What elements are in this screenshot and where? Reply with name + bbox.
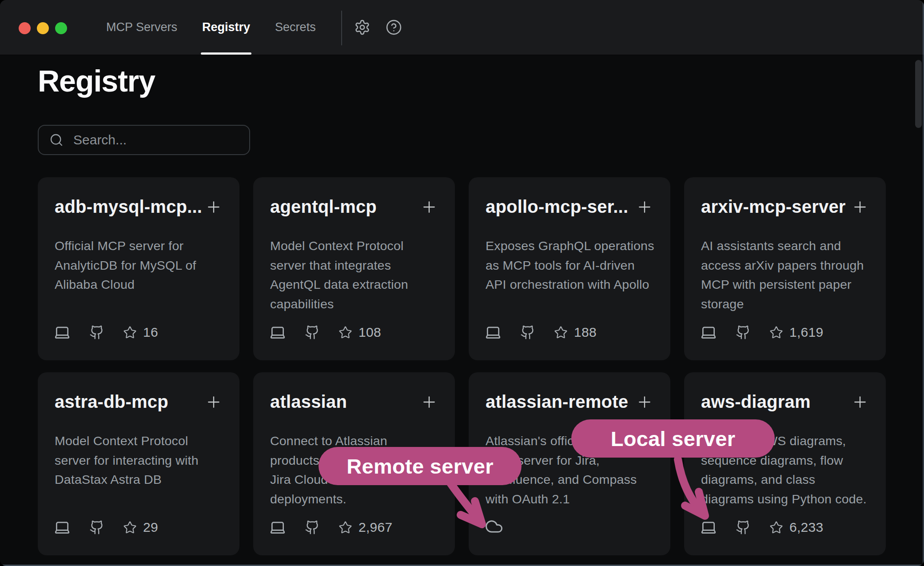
card-footer <box>485 517 503 536</box>
star-icon <box>339 326 352 339</box>
add-server-button[interactable] <box>636 198 653 216</box>
search-icon <box>49 133 64 147</box>
add-server-button[interactable] <box>636 393 653 411</box>
laptop-icon <box>700 519 717 536</box>
star-icon <box>123 521 137 534</box>
server-description: Exposes GraphQL operations as MCP tools … <box>486 236 666 295</box>
minimize-window-button[interactable] <box>37 22 49 34</box>
star-icon <box>123 326 137 339</box>
registry-card: aws-diagramGenerate AWS diagrams, sequen… <box>684 372 886 555</box>
settings-gear-icon[interactable] <box>354 19 370 36</box>
star-count-value: 2,967 <box>358 520 393 535</box>
registry-card: arxiv-mcp-serverAI assistants search and… <box>684 177 886 360</box>
star-count: 16 <box>123 325 158 340</box>
tab-registry[interactable]: Registry <box>202 0 250 55</box>
star-count-value: 1,619 <box>789 325 824 340</box>
star-count-value: 188 <box>574 325 597 340</box>
github-icon[interactable] <box>305 520 320 535</box>
laptop-icon <box>700 324 717 341</box>
add-server-button[interactable] <box>205 198 223 216</box>
card-footer: 188 <box>485 324 597 341</box>
star-count: 188 <box>554 325 597 340</box>
card-header: aws-diagram <box>701 392 869 412</box>
server-description: Model Context Protocol server that integ… <box>270 236 450 314</box>
add-server-button[interactable] <box>851 393 869 411</box>
local-server-callout: Local server <box>571 419 775 458</box>
add-server-button[interactable] <box>205 393 223 411</box>
card-header: astra-db-mcp <box>55 392 223 412</box>
github-icon[interactable] <box>736 325 751 340</box>
github-icon[interactable] <box>89 520 104 535</box>
zoom-window-button[interactable] <box>55 22 67 34</box>
github-icon[interactable] <box>736 520 751 535</box>
registry-card-grid: adb-mysql-mcp...Official MCP server for … <box>38 177 886 555</box>
server-name: agentql-mcp <box>270 197 377 217</box>
server-name: aws-diagram <box>701 392 811 412</box>
page-title: Registry <box>38 64 155 98</box>
laptop-icon <box>485 324 502 341</box>
traffic-lights <box>19 22 67 34</box>
search-input[interactable] <box>72 132 246 148</box>
tab-secrets[interactable]: Secrets <box>275 0 316 55</box>
server-name: apollo-mcp-ser... <box>486 197 628 217</box>
server-description: Official MCP server for AnalyticDB for M… <box>55 236 235 295</box>
card-footer: 2,967 <box>269 519 393 536</box>
server-name: astra-db-mcp <box>55 392 168 412</box>
github-icon[interactable] <box>305 325 320 340</box>
registry-card: astra-db-mcpModel Context Protocol serve… <box>38 372 239 555</box>
remote-server-callout: Remote server <box>319 447 522 485</box>
toolbar-divider <box>341 11 342 45</box>
add-server-button[interactable] <box>851 198 869 216</box>
star-icon <box>769 521 783 534</box>
card-footer: 6,233 <box>700 519 824 536</box>
star-count-value: 16 <box>143 325 158 340</box>
laptop-icon <box>54 519 71 536</box>
server-name: adb-mysql-mcp... <box>55 197 202 217</box>
star-count: 2,967 <box>339 520 393 535</box>
toolbar-actions <box>354 0 402 55</box>
titlebar: MCP Servers Registry Secrets <box>0 0 924 55</box>
star-count-value: 6,233 <box>789 520 824 535</box>
server-name: atlassian-remote <box>486 392 628 412</box>
github-icon[interactable] <box>89 325 104 340</box>
laptop-icon <box>269 519 286 536</box>
registry-card: agentql-mcpModel Context Protocol server… <box>253 177 455 360</box>
star-count: 29 <box>123 520 158 535</box>
github-icon[interactable] <box>520 325 535 340</box>
star-icon <box>339 521 352 534</box>
cloud-icon <box>485 517 503 536</box>
search-box[interactable] <box>38 125 250 155</box>
card-footer: 29 <box>54 519 158 536</box>
add-server-button[interactable] <box>420 198 438 216</box>
star-icon <box>769 326 783 339</box>
add-server-button[interactable] <box>420 393 438 411</box>
card-footer: 108 <box>269 324 381 341</box>
laptop-icon <box>54 324 71 341</box>
registry-card: apollo-mcp-ser...Exposes GraphQL operati… <box>469 177 670 360</box>
server-description: Model Context Protocol server for intera… <box>55 431 235 490</box>
star-icon <box>554 326 568 339</box>
laptop-icon <box>269 324 286 341</box>
card-footer: 1,619 <box>700 324 824 341</box>
close-window-button[interactable] <box>19 22 31 34</box>
registry-card: adb-mysql-mcp...Official MCP server for … <box>38 177 239 360</box>
star-count: 1,619 <box>769 325 824 340</box>
tab-mcp-servers[interactable]: MCP Servers <box>106 0 177 55</box>
server-description: AI assistants search and access arXiv pa… <box>701 236 881 314</box>
server-name: atlassian <box>270 392 347 412</box>
card-header: atlassian <box>270 392 438 412</box>
server-name: arxiv-mcp-server <box>701 197 846 217</box>
star-count: 108 <box>339 325 381 340</box>
card-header: adb-mysql-mcp... <box>55 197 223 217</box>
card-header: apollo-mcp-ser... <box>486 197 653 217</box>
card-header: agentql-mcp <box>270 197 438 217</box>
main-nav: MCP Servers Registry Secrets <box>106 0 316 55</box>
help-icon[interactable] <box>386 19 402 36</box>
star-count-value: 108 <box>358 325 381 340</box>
scrollbar-thumb[interactable] <box>915 60 922 128</box>
app-window: MCP Servers Registry Secrets Registry ad… <box>0 0 924 566</box>
star-count: 6,233 <box>769 520 824 535</box>
card-header: atlassian-remote <box>486 392 653 412</box>
card-footer: 16 <box>54 324 158 341</box>
star-count-value: 29 <box>143 520 158 535</box>
